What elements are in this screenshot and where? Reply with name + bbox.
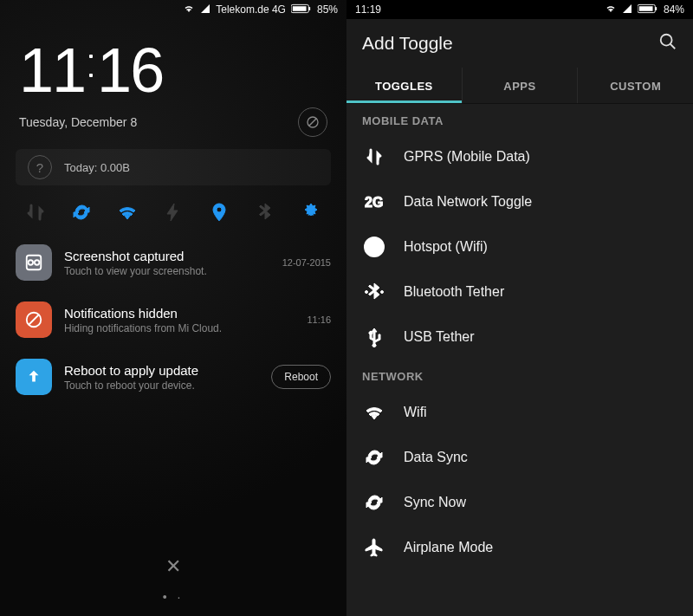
item-label: Data Sync — [404, 450, 468, 465]
lock-clock: 11 16 — [0, 19, 346, 107]
hotspot-icon — [362, 237, 386, 257]
svg-rect-13 — [639, 6, 653, 11]
item-wifi[interactable]: Wifi — [346, 390, 693, 435]
svg-line-4 — [309, 119, 316, 126]
battery-pct: 84% — [664, 3, 684, 16]
clock-colon — [85, 35, 97, 92]
section-header-network: NETWORK — [346, 360, 693, 390]
item-label: Data Network Toggle — [404, 194, 532, 210]
notification-subtitle: Touch to reboot your device. — [64, 379, 259, 392]
sync-now-icon — [362, 492, 386, 513]
clock-minutes: 16 — [97, 35, 163, 106]
item-sync-now[interactable]: Sync Now — [346, 480, 693, 525]
battery-icon — [638, 3, 658, 16]
svg-text:A: A — [309, 209, 314, 217]
item-label: GPRS (Mobile Data) — [404, 149, 530, 165]
toggle-mobile-data[interactable] — [23, 199, 49, 225]
notification-title: Notifications hidden — [64, 306, 295, 321]
reboot-button[interactable]: Reboot — [271, 365, 331, 389]
screenshot-icon — [16, 244, 52, 281]
svg-rect-1 — [308, 7, 310, 10]
clock-hours: 11 — [19, 35, 85, 106]
toggle-location[interactable] — [206, 199, 232, 225]
tab-toggles[interactable]: TOGGLES — [346, 68, 463, 103]
notification-hidden[interactable]: Notifications hidden Hiding notification… — [0, 291, 346, 348]
page-title: Add Toggle — [362, 33, 453, 54]
item-data-sync[interactable]: Data Sync — [346, 435, 693, 480]
wifi-icon — [362, 402, 386, 423]
notification-screenshot[interactable]: Screenshot captured Touch to view your s… — [0, 234, 346, 291]
data-arrows-icon — [362, 146, 386, 167]
carrier-label: Telekom.de 4G — [216, 3, 286, 16]
notification-title: Screenshot captured — [64, 249, 270, 263]
notification-subtitle: Touch to view your screenshot. — [64, 265, 270, 277]
toggle-flashlight[interactable] — [160, 199, 186, 225]
notification-subtitle: Hiding notifications from Mi Cloud. — [64, 322, 295, 334]
item-label: Hotspot (Wifi) — [404, 239, 488, 255]
item-hotspot[interactable]: Hotspot (Wifi) — [346, 224, 693, 269]
notification-timestamp: 12-07-2015 — [282, 257, 331, 268]
status-bar-right: 11:19 84% — [346, 0, 693, 19]
tab-apps[interactable]: APPS — [463, 68, 579, 103]
wifi-icon — [183, 3, 195, 16]
page-indicator: • · — [0, 590, 346, 604]
item-label: USB Tether — [404, 329, 475, 345]
usb-icon — [362, 327, 386, 347]
item-label: Wifi — [404, 405, 427, 420]
signal-icon — [200, 3, 210, 16]
help-icon: ? — [28, 155, 52, 179]
svg-rect-12 — [655, 7, 657, 10]
airplane-icon — [362, 537, 386, 558]
toggle-bluetooth[interactable] — [252, 199, 278, 225]
svg-point-20 — [366, 291, 368, 294]
toggle-auto-brightness[interactable]: A — [298, 199, 324, 225]
title-bar: Add Toggle — [346, 19, 693, 68]
clear-all-button[interactable]: ✕ — [0, 555, 346, 578]
svg-line-15 — [670, 44, 676, 49]
signal-icon — [622, 3, 632, 16]
notification-update[interactable]: Reboot to apply update Touch to reboot y… — [0, 348, 346, 405]
search-button[interactable] — [658, 32, 677, 55]
bluetooth-tether-icon — [362, 282, 386, 302]
quick-toggles: A — [0, 185, 346, 234]
svg-point-21 — [381, 291, 384, 294]
item-gprs[interactable]: GPRS (Mobile Data) — [346, 134, 693, 179]
svg-rect-2 — [293, 6, 307, 11]
status-bar-left: Telekom.de 4G 85% — [0, 0, 346, 19]
sync-icon — [362, 447, 386, 468]
list[interactable]: MOBILE DATA GPRS (Mobile Data) 2G Data N… — [346, 104, 693, 570]
notification-timestamp: 11:16 — [307, 314, 331, 325]
block-icon — [16, 302, 52, 338]
item-label: Sync Now — [404, 495, 466, 510]
svg-text:2G: 2G — [365, 195, 383, 210]
item-label: Airplane Mode — [404, 540, 493, 555]
item-bt-tether[interactable]: Bluetooth Tether — [346, 269, 693, 314]
tab-bar: TOGGLES APPS CUSTOM — [346, 68, 693, 104]
item-2g[interactable]: 2G Data Network Toggle — [346, 179, 693, 224]
2g-icon: 2G — [362, 191, 386, 212]
svg-line-10 — [29, 315, 39, 325]
item-airplane[interactable]: Airplane Mode — [346, 525, 693, 570]
tab-custom[interactable]: CUSTOM — [578, 68, 693, 103]
section-header-mobile-data: MOBILE DATA — [346, 104, 693, 134]
date-label: Tuesday, December 8 — [19, 115, 137, 129]
wifi-icon — [605, 3, 617, 16]
battery-icon — [291, 3, 312, 16]
item-label: Bluetooth Tether — [404, 284, 504, 300]
notification-title: Reboot to apply update — [64, 363, 259, 378]
data-usage-label: Today: 0.00B — [64, 161, 130, 174]
svg-point-8 — [35, 260, 39, 265]
battery-pct: 85% — [317, 3, 338, 16]
svg-point-14 — [661, 35, 672, 46]
item-usb-tether[interactable]: USB Tether — [346, 314, 693, 360]
data-usage-row[interactable]: ? Today: 0.00B — [16, 149, 331, 185]
update-icon — [16, 359, 52, 395]
toggle-sync[interactable] — [68, 199, 94, 225]
status-time: 11:19 — [355, 3, 381, 16]
svg-point-19 — [365, 237, 384, 256]
settings-shortcut-button[interactable] — [298, 107, 327, 137]
toggle-wifi[interactable] — [114, 199, 140, 225]
svg-point-7 — [29, 260, 34, 265]
